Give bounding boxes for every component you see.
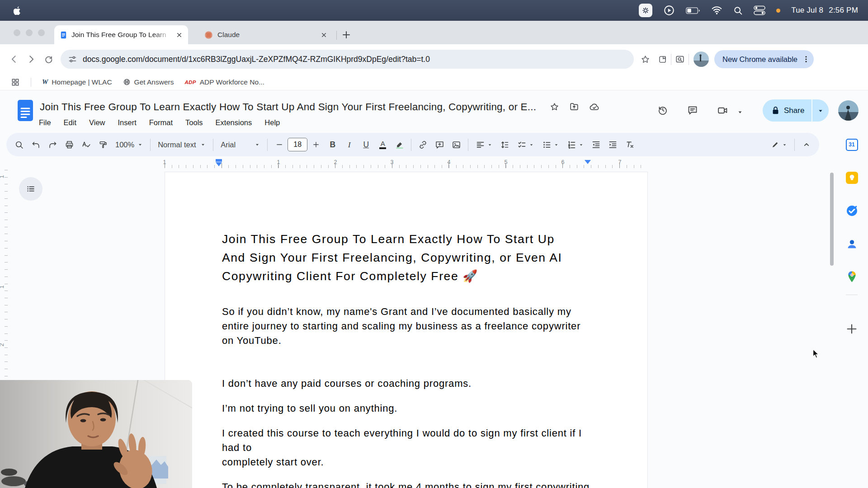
insert-image-button[interactable]	[448, 136, 465, 153]
italic-button[interactable]: I	[341, 136, 358, 153]
forward-button[interactable]	[23, 51, 40, 68]
share-label: Share	[784, 106, 804, 115]
checklist-button[interactable]	[513, 136, 538, 153]
document-title[interactable]: Join This Free Group To Learn Exactly Ho…	[40, 101, 536, 113]
line-spacing-button[interactable]	[496, 136, 513, 153]
bold-button[interactable]: B	[324, 136, 341, 153]
close-tab-icon[interactable]	[321, 32, 327, 38]
spotlight-search-icon[interactable]	[733, 6, 743, 15]
url-text[interactable]: docs.google.com/document/d/1xc6RB3lZggUa…	[83, 55, 627, 64]
ruler-inch-ticks	[165, 163, 648, 168]
insert-link-button[interactable]	[415, 136, 431, 153]
reading-list-icon[interactable]	[654, 51, 671, 68]
play-status-icon[interactable]	[663, 5, 675, 16]
editing-mode-button[interactable]	[767, 136, 791, 153]
close-tab-icon[interactable]	[176, 32, 183, 38]
close-window-button[interactable]	[14, 29, 20, 36]
clear-formatting-button[interactable]	[621, 136, 638, 153]
text-color-button[interactable]: A	[374, 136, 391, 153]
tab-claude[interactable]: Claude	[199, 25, 333, 44]
undo-button[interactable]	[28, 136, 44, 153]
sidepanel-keep-button[interactable]	[843, 169, 861, 187]
menu-edit[interactable]: Edit	[64, 118, 76, 127]
hide-menus-button[interactable]	[798, 136, 815, 153]
share-dropdown-caret[interactable]	[811, 99, 829, 122]
decrease-font-size-button[interactable]	[271, 136, 288, 153]
search-menus-button[interactable]	[11, 136, 28, 153]
underline-button[interactable]: U	[358, 136, 374, 153]
toolbar-divider	[689, 54, 689, 65]
tab-google-docs[interactable]: Join This Free Group To Learn	[54, 25, 188, 44]
address-bar[interactable]: docs.google.com/document/d/1xc6RB3lZggUa…	[61, 50, 634, 69]
menu-insert[interactable]: Insert	[118, 118, 137, 127]
sidepanel-tasks-button[interactable]	[843, 202, 861, 220]
find-in-page-icon[interactable]	[671, 51, 689, 68]
spell-check-button[interactable]	[78, 136, 94, 153]
menu-format[interactable]: Format	[149, 118, 173, 127]
reload-button[interactable]	[40, 51, 57, 68]
toolbar-divider	[213, 139, 213, 151]
bookmark-get-answers[interactable]: Get Answers	[123, 78, 174, 86]
google-docs-logo[interactable]	[17, 99, 34, 122]
apps-grid-icon[interactable]	[11, 78, 20, 87]
right-indent-marker[interactable]	[585, 160, 591, 164]
wifi-icon[interactable]	[711, 6, 722, 15]
control-center-icon[interactable]	[754, 5, 765, 15]
document-status-cloud-icon[interactable]	[585, 98, 603, 116]
doc-paragraph: I don’t have any paid courses or coachin…	[222, 376, 593, 391]
new-tab-button[interactable]	[341, 29, 352, 40]
profile-avatar[interactable]	[693, 52, 709, 67]
bookmark-adp-workforce[interactable]: ADP ADP Workforce No...	[184, 78, 264, 86]
zoom-window-button[interactable]	[38, 29, 45, 36]
menu-view[interactable]: View	[89, 118, 105, 127]
left-indent-marker[interactable]	[216, 159, 222, 162]
comments-button[interactable]	[684, 101, 702, 119]
menu-file[interactable]: File	[39, 118, 51, 127]
screen-recording-indicator-icon[interactable]	[639, 4, 652, 17]
menubar-clock[interactable]: Tue Jul 82:56 PM	[791, 6, 858, 15]
sidepanel-maps-button[interactable]	[843, 267, 861, 286]
menu-tools[interactable]: Tools	[185, 118, 203, 127]
sidepanel-calendar-button[interactable]: 31	[843, 136, 861, 154]
font-size-input[interactable]: 18	[288, 138, 307, 151]
align-button[interactable]	[472, 136, 496, 153]
redo-button[interactable]	[44, 136, 61, 153]
sidepanel-contacts-button[interactable]	[843, 235, 861, 253]
bulleted-list-button[interactable]	[538, 136, 563, 153]
tab-strip: Join This Free Group To Learn Claude	[0, 21, 868, 44]
apple-icon[interactable]	[14, 6, 21, 15]
numbered-list-button[interactable]	[563, 136, 588, 153]
increase-indent-button[interactable]	[604, 136, 621, 153]
menu-extensions[interactable]: Extensions	[216, 118, 252, 127]
version-history-button[interactable]	[654, 101, 672, 119]
vertical-scrollbar[interactable]	[830, 173, 834, 266]
add-comment-button[interactable]	[431, 136, 448, 153]
document-outline-button[interactable]	[19, 177, 42, 201]
bookmark-star-icon[interactable]	[637, 51, 654, 68]
increase-font-size-button[interactable]	[307, 136, 324, 153]
share-button[interactable]: Share	[763, 99, 829, 122]
move-to-folder-button[interactable]	[565, 98, 583, 116]
back-button[interactable]	[5, 51, 23, 68]
account-avatar[interactable]	[838, 100, 859, 121]
document-page[interactable]: Join This Free Group To Learn Exactly Ho…	[165, 172, 648, 488]
bookmark-homepage-wlac[interactable]: W Homepage | WLAC	[42, 78, 112, 86]
menu-help[interactable]: Help	[264, 118, 280, 127]
font-select[interactable]: Arial	[217, 136, 264, 153]
first-line-indent-marker[interactable]	[216, 162, 222, 166]
meet-video-call-button[interactable]	[713, 101, 731, 119]
site-info-icon[interactable]	[68, 55, 77, 64]
print-button[interactable]	[61, 136, 78, 153]
kebab-menu-icon[interactable]	[802, 55, 810, 63]
meet-dropdown-caret[interactable]	[737, 109, 743, 115]
highlight-color-button[interactable]	[391, 136, 408, 153]
google-docs-favicon	[60, 31, 67, 39]
paint-format-button[interactable]	[94, 136, 111, 153]
decrease-indent-button[interactable]	[588, 136, 604, 153]
minimize-window-button[interactable]	[26, 29, 33, 36]
sidepanel-get-addons-button[interactable]	[843, 320, 861, 338]
chrome-update-button[interactable]: New Chrome available	[714, 50, 814, 68]
star-document-button[interactable]	[545, 98, 563, 116]
zoom-select[interactable]: 100%	[111, 136, 147, 153]
paragraph-style-select[interactable]: Normal text	[154, 136, 210, 153]
